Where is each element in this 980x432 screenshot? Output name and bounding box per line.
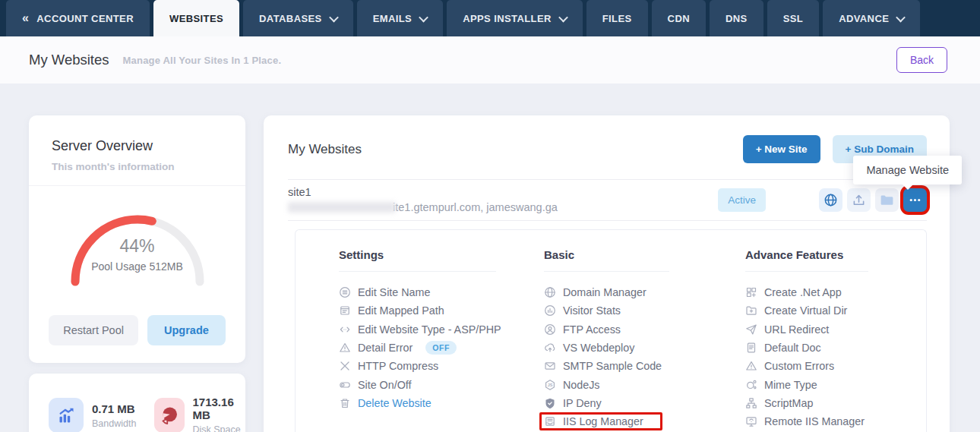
menu-circle-icon — [339, 286, 351, 298]
page-title: My Websites — [29, 52, 109, 68]
menu-item-iis-log-manager[interactable]: IIS Log Manager — [544, 412, 745, 430]
tab-label: DATABASES — [259, 13, 322, 24]
tab-label: SSL — [783, 13, 803, 24]
tab-advance[interactable]: ADVANCE — [823, 0, 920, 36]
code-icon — [339, 323, 351, 336]
divider — [29, 185, 245, 186]
menu-item-scriptmap[interactable]: ScriptMap — [745, 394, 926, 412]
menu-item-label: ScriptMap — [764, 397, 813, 409]
menu-item-edit-website-type-asp-php[interactable]: Edit Website Type - ASP/PHP — [339, 320, 544, 339]
disk-space-value: 1713.16 MB — [193, 396, 246, 421]
menu-item-http-compress[interactable]: HTTP Compress — [339, 357, 544, 375]
mail-icon — [544, 360, 556, 372]
menu-column-title: Settings — [339, 248, 544, 261]
menu-item-edit-mapped-path[interactable]: Edit Mapped Path — [339, 301, 544, 320]
pool-usage-label: Pool Usage 512MB — [60, 260, 215, 273]
tab-files[interactable]: FILES — [586, 0, 648, 36]
disk-space-label: Disk Space — [193, 424, 246, 432]
grid-plus-icon — [745, 286, 757, 298]
tab-apps-installer[interactable]: APPS INSTALLER — [447, 0, 583, 36]
sitemap-icon — [745, 397, 757, 409]
menu-item-remote-iis-manager[interactable]: Remote IIS Manager — [745, 412, 926, 430]
new-site-button[interactable]: + New Site — [743, 135, 820, 163]
menu-item-label: IP Deny — [563, 397, 602, 409]
user-circle-icon — [544, 323, 556, 336]
menu-item-ftp-access[interactable]: FTP Access — [544, 320, 745, 339]
menu-item-create-net-app[interactable]: Create .Net App — [745, 283, 926, 301]
tab-websites[interactable]: WEBSITES — [153, 0, 239, 36]
bandwidth-chart-icon — [56, 405, 77, 426]
chevron-down-icon — [329, 12, 339, 22]
back-button[interactable]: Back — [896, 47, 947, 73]
svg-text:JS: JS — [548, 383, 553, 387]
chevrons-left-icon: « — [22, 12, 29, 24]
tab-emails[interactable]: EMAILS — [357, 0, 444, 36]
shield-check-icon — [544, 397, 556, 409]
cloud-upload-icon — [544, 342, 556, 354]
menu-item-domain-manager[interactable]: Domain Manager — [544, 283, 745, 301]
folder-icon — [879, 192, 895, 208]
annotation-highlight: IIS Log Manager — [539, 412, 662, 430]
tab-dns[interactable]: DNS — [710, 0, 763, 36]
menu-item-vs-webdeploy[interactable]: VS Webdeploy — [544, 339, 745, 357]
restart-pool-button[interactable]: Restart Pool — [49, 315, 138, 345]
redacted-domain-blur — [288, 202, 396, 213]
menu-item-delete-website[interactable]: Delete Website — [339, 394, 544, 412]
my-websites-card: My Websites + New Site + Sub Domain Mana… — [264, 115, 950, 432]
menu-item-label: VS Webdeploy — [563, 342, 634, 354]
menu-item-default-doc[interactable]: Default Doc — [745, 339, 926, 357]
page-subtitle: Manage All Your Sites In 1 Place. — [123, 55, 282, 66]
page-header: My Websites Manage All Your Sites In 1 P… — [0, 36, 980, 84]
menu-item-label: Mime Type — [764, 379, 817, 391]
tab-label: EMAILS — [373, 13, 413, 24]
menu-item-nodejs[interactable]: JSNodeJs — [544, 375, 745, 393]
menu-item-edit-site-name[interactable]: Edit Site Name — [339, 283, 544, 301]
menu-item-label: Create Virtual Dir — [764, 304, 847, 317]
log-manager-icon — [544, 415, 556, 427]
chevron-down-icon — [896, 12, 906, 22]
menu-item-create-virtual-dir[interactable]: Create Virtual Dir — [745, 301, 926, 320]
publish-action-button[interactable] — [847, 188, 871, 212]
warning-icon — [339, 342, 351, 354]
menu-item-label: SMTP Sample Code — [563, 360, 662, 372]
bandwidth-stat: 0.71 MB Bandwidth — [49, 398, 136, 432]
disk-space-stat: 1713.16 MB Disk Space — [154, 396, 245, 432]
server-overview-subtitle: This month's information — [52, 161, 245, 172]
off-badge: OFF — [425, 341, 457, 355]
tab-ssl[interactable]: SSL — [767, 0, 819, 36]
bandwidth-label: Bandwidth — [92, 418, 136, 429]
menu-item-visitor-stats[interactable]: Visitor Stats — [544, 301, 745, 320]
content-area: Server Overview This month's information… — [0, 84, 980, 432]
menu-item-detail-error[interactable]: Detail ErrorOFF — [339, 339, 544, 357]
menu-item-ip-deny[interactable]: IP Deny — [544, 394, 745, 412]
tab-account-center[interactable]: «ACCOUNT CENTER — [6, 0, 150, 36]
tab-cdn[interactable]: CDN — [652, 0, 706, 36]
top-navigation: «ACCOUNT CENTERWEBSITESDATABASESEMAILSAP… — [0, 0, 980, 36]
menu-item-smtp-sample-code[interactable]: SMTP Sample Code — [544, 357, 745, 375]
upgrade-button[interactable]: Upgrade — [147, 315, 226, 345]
server-overview-title: Server Overview — [52, 138, 245, 154]
globe-action-button[interactable] — [819, 188, 842, 212]
molecule-icon — [745, 379, 757, 391]
publish-icon — [851, 192, 867, 208]
menu-item-label: Remote IIS Manager — [764, 415, 865, 427]
status-badge: Active — [718, 188, 766, 212]
ellipsis-action-button[interactable] — [903, 188, 927, 212]
trash-icon — [339, 397, 351, 409]
divider — [339, 271, 496, 272]
menu-column-advance-features: Advance FeaturesCreate .Net AppCreate Vi… — [745, 248, 926, 432]
folder-action-button[interactable] — [875, 188, 899, 212]
compress-icon — [339, 360, 351, 372]
site-name: site1 — [288, 186, 558, 198]
menu-item-custom-errors[interactable]: Custom Errors — [745, 357, 926, 375]
tab-databases[interactable]: DATABASES — [243, 0, 353, 36]
menu-column-title: Basic — [544, 248, 745, 261]
menu-item-label: Edit Mapped Path — [358, 304, 444, 317]
tab-label: ADVANCE — [839, 13, 889, 24]
nodejs-icon: JS — [544, 379, 556, 391]
menu-item-url-redirect[interactable]: URL Redirect — [745, 320, 926, 339]
menu-item-label: Detail Error — [358, 342, 413, 354]
menu-item-mime-type[interactable]: Mime Type — [745, 375, 926, 393]
menu-column-basic: BasicDomain ManagerVisitor StatsFTP Acce… — [544, 248, 745, 432]
menu-item-site-on-off[interactable]: Site On/Off — [339, 375, 544, 393]
